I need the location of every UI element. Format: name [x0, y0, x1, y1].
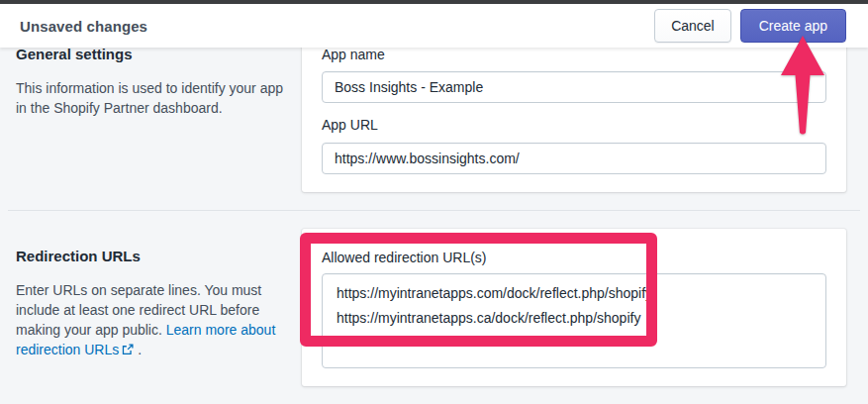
header-actions: Cancel Create app: [654, 9, 846, 43]
redirection-urls-section-label: Redirection URLs Enter URLs on separate …: [16, 248, 287, 360]
unsaved-changes-bar: Unsaved changes Cancel Create app: [0, 4, 868, 48]
external-link-icon: [122, 341, 134, 360]
section-divider: [8, 210, 860, 211]
app-name-input[interactable]: [322, 71, 826, 103]
redirection-urls-heading: Redirection URLs: [16, 248, 287, 264]
general-settings-heading: General settings: [16, 46, 287, 62]
allowed-redirection-urls-label: Allowed redirection URL(s): [322, 250, 487, 265]
unsaved-changes-title: Unsaved changes: [20, 18, 147, 35]
general-settings-section-label: General settings This information is use…: [16, 46, 287, 118]
redirection-urls-description: Enter URLs on separate lines. You must i…: [16, 280, 285, 360]
general-settings-description: This information is used to identify you…: [16, 78, 287, 118]
app-url-input[interactable]: [322, 143, 826, 174]
create-app-button[interactable]: Create app: [740, 9, 846, 43]
redirection-urls-card: Allowed redirection URL(s) https://myint…: [302, 229, 846, 386]
allowed-redirection-urls-textarea[interactable]: https://myintranetapps.com/dock/reflect.…: [322, 273, 826, 368]
redirection-description-tail: .: [134, 342, 142, 357]
app-name-label: App name: [322, 47, 385, 62]
app-url-label: App URL: [322, 117, 378, 133]
cancel-button[interactable]: Cancel: [654, 9, 731, 43]
top-edge-strip: [0, 0, 868, 4]
